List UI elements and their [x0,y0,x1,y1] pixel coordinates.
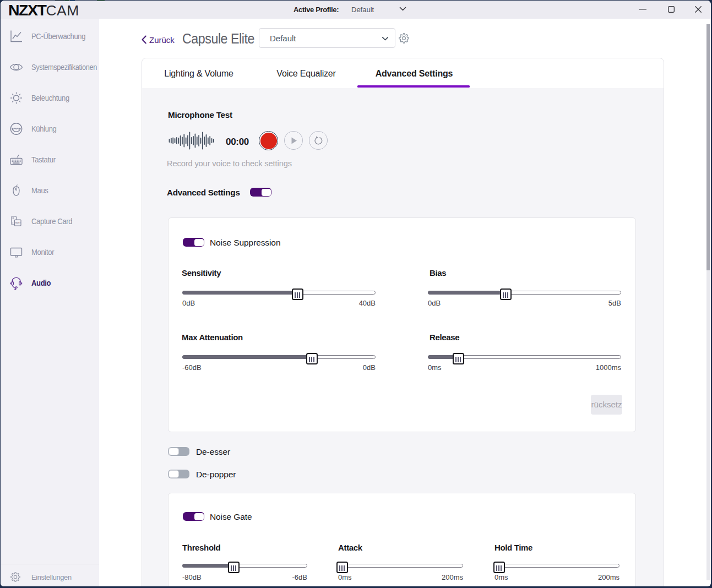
svg-text:NZXT: NZXT [15,222,21,224]
